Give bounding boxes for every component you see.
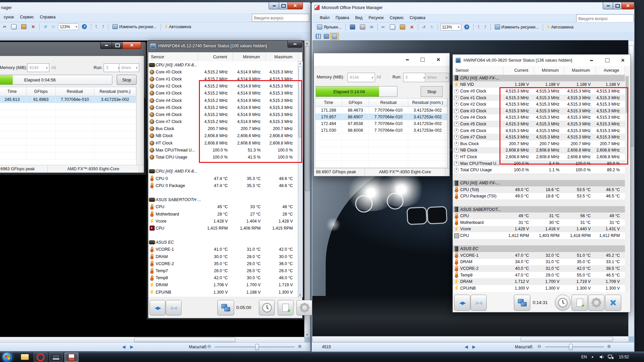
hwinfo5-minimize-button[interactable] — [287, 41, 302, 48]
sensor-group-row[interactable]: CPU [#0]: AMD FX-... — [453, 180, 625, 187]
linx-right-close-button[interactable] — [430, 53, 447, 66]
sensor-row[interactable]: Core #5 Clock4,515.3 MHz4,515.3 MHz4,515… — [453, 121, 625, 127]
sensor-row[interactable]: Total CPU Usage100.0 %1.1 %100.0 %89.2 % — [453, 167, 625, 173]
redo-button[interactable]: ↻ — [429, 24, 435, 31]
sensor-row[interactable]: Core #7 Clock4,515.2 MHz4,514.9 MHz4,515… — [148, 118, 298, 125]
mail-button[interactable]: ✉ — [368, 24, 375, 31]
sensor-row[interactable]: Temp726.0 °C26.0 °C26.0 °C — [148, 267, 298, 274]
left-pm-titlebar[interactable]: nager — [0, 2, 311, 13]
sensor-row[interactable]: NB Clock2,608.8 MHz2,608.6 MHz2,608.8 MH… — [148, 132, 298, 139]
sensor-group-row[interactable]: ASUS SABERTOOT... — [453, 206, 625, 213]
sensor-row[interactable]: Core #1 Clock4,515.3 MHz4,515.3 MHz4,515… — [453, 95, 625, 101]
sensor-group-row[interactable]: CPU [#0]: AMD FX-8... — [148, 61, 298, 68]
sensor-row[interactable]: CPU Package (TSI)49.0 °C18.6 °C53.5 °C46… — [453, 193, 625, 200]
taskbar-opera-button[interactable] — [34, 353, 48, 362]
sensor-row[interactable]: CPU 0 Package47.4 °C35.3 °C48.6 °C — [148, 182, 298, 189]
memory-select[interactable]: 6144 — [347, 73, 375, 82]
hwinfo6-titlebar[interactable]: HWiNFO64 v6.00-3620 Sensor Status [136 v… — [453, 55, 630, 66]
menu-item-2[interactable]: Правка — [333, 14, 353, 21]
menu-item-3[interactable]: Справка — [37, 13, 59, 21]
rotate-right-button[interactable]: ⤴ — [100, 23, 106, 30]
linx-left-maximize-button[interactable] — [112, 42, 123, 49]
next-image-button[interactable]: ▶ — [472, 344, 476, 349]
help-button[interactable]: ? — [463, 23, 471, 31]
menu-item-1[interactable]: Файл — [317, 14, 333, 21]
linx-right-titlebar[interactable] — [314, 53, 449, 66]
tray-show-hidden-icon[interactable]: ▲ — [591, 355, 594, 358]
right-pm-horizontal-scrollbar[interactable] — [312, 336, 629, 342]
sensor-group-row[interactable]: CPU [#0]: AMD FX-... — [453, 75, 625, 81]
taskbar-media-app-button[interactable] — [49, 353, 63, 362]
hwinfo5-titlebar[interactable]: HWiNFO64 v5.12-2740 Sensor Status [105 v… — [147, 41, 304, 52]
sensor-row[interactable]: Motherboard28 °C27 °C28 °C — [148, 210, 298, 218]
next-image-button[interactable]: ▶ — [130, 344, 133, 349]
collapse-button[interactable]: ▶◀ — [471, 295, 487, 311]
right-pm-ask-input[interactable] — [576, 14, 634, 22]
times-select[interactable]: times — [425, 73, 449, 82]
sensor-group-row[interactable]: ASUS SABERTOOTH ... — [148, 196, 298, 203]
sensor-row[interactable]: Core #2 Clock4,515.3 MHz4,515.3 MHz4,515… — [453, 101, 625, 108]
copy-button[interactable] — [388, 23, 397, 31]
cut-button[interactable]: ✂ — [380, 24, 387, 31]
menu-item-4[interactable]: Рисунок — [366, 14, 387, 21]
sensor-row[interactable]: Max CPU/Thread U...100.0 %51.3 %100.0 % — [148, 146, 298, 154]
sensor-row[interactable]: Core #4 Clock4,515.3 MHz4,515.3 MHz4,515… — [453, 114, 625, 121]
column-header[interactable]: Sensor — [148, 52, 198, 61]
hwinfo6-close-button[interactable] — [615, 55, 630, 66]
times-select[interactable]: times — [119, 63, 139, 72]
sensor-row[interactable]: Core #4 Clock4,515.2 MHz4,514.9 MHz4,515… — [148, 97, 298, 104]
collapse-button[interactable]: ▶◀ — [166, 300, 181, 315]
sensor-row[interactable]: HT Clock2,608.8 MHz2,608.6 MHz2,608.8 MH… — [148, 139, 298, 146]
logging-button[interactable] — [572, 295, 588, 311]
result-row[interactable]: 245.61361.69637.707064e-0103.417253e-002 — [0, 96, 136, 103]
column-header[interactable]: Sensor — [453, 66, 503, 75]
zoom-out-icon[interactable]: ⊖ — [537, 344, 541, 349]
left-pm-ask-input[interactable] — [252, 14, 309, 22]
clock-settings-button[interactable] — [555, 295, 571, 311]
sensor-row[interactable]: Total CPU Usage100.0 %41.5 %100.0 % — [148, 154, 298, 161]
sensor-row[interactable]: Core #5 Clock4,515.2 MHz4,514.9 MHz4,515… — [148, 104, 298, 111]
sensor-row[interactable]: Core #6 Clock4,515.2 MHz4,514.9 MHz4,515… — [148, 111, 298, 118]
menu-item-6[interactable]: Справка — [407, 14, 428, 21]
tray-clock[interactable]: 15:52 — [619, 355, 629, 359]
sensor-row[interactable]: CPU (Tctl)49.0 °C18.6 °C53.5 °C46.5 °C — [453, 186, 625, 193]
zoom-slider-track[interactable] — [215, 347, 294, 347]
logging-button[interactable] — [278, 300, 293, 315]
sensor-row[interactable]: Core #3 Clock4,515.2 MHz4,514.9 MHz4,515… — [148, 90, 298, 97]
column-header[interactable]: Current — [198, 52, 233, 61]
sensor-row[interactable]: CPU1,412 RPM1,403 RPM1,418 RPM1,412 RPM — [453, 232, 625, 239]
menu-item-5[interactable]: Сервис — [387, 14, 407, 21]
sensor-row[interactable]: CPU/NB1.300 V1.300 V1.300 V1.300 V — [453, 285, 625, 292]
run-select[interactable]: 3 — [104, 63, 121, 72]
sensor-row[interactable]: CPU49 °C31 °C56 °C49 °C — [453, 213, 625, 219]
cut-button[interactable]: ✂ — [1, 23, 8, 30]
result-row[interactable]: 170.85788.69077.707064e-0103.417253e-002 — [315, 114, 447, 120]
zoom-slider-thumb[interactable] — [569, 344, 573, 350]
memory-select[interactable]: 6144 — [27, 63, 49, 72]
column-header[interactable]: Average — [596, 66, 625, 75]
previous-image-button[interactable]: ◀ — [465, 344, 468, 349]
sensor-row[interactable]: DRAM30.0 °C28.0 °C30.0 °C — [148, 253, 298, 260]
sensor-row[interactable]: DRAM34.0 °C31.0 °C35.0 °C33.1 °C — [453, 259, 625, 265]
redo-button[interactable]: ↻ — [50, 23, 57, 30]
linx-right-minimize-button[interactable] — [400, 53, 415, 66]
sensor-row[interactable]: CPU1,415 RPM1,406 RPM1,415 RPM — [148, 225, 298, 232]
paste-button[interactable] — [19, 23, 28, 30]
quit-button[interactable] — [605, 295, 621, 311]
hwinfo6-minimize-button[interactable] — [584, 55, 599, 66]
zoom-level-select[interactable]: 123%▾ — [58, 23, 79, 30]
thumbnail-view-button[interactable] — [314, 33, 323, 40]
zoom-out-icon[interactable]: ⊖ — [207, 344, 211, 349]
scroll-up-icon[interactable]: ▲ — [306, 42, 309, 45]
sensor-row[interactable]: Bus Clock200.7 MHz200.7 MHz200.7 MHz — [148, 125, 298, 132]
column-header[interactable]: Minimum — [534, 66, 565, 75]
scroll-down-icon[interactable]: ▼ — [299, 294, 302, 297]
linx-left-titlebar[interactable] — [0, 42, 146, 56]
right-pm-close-button[interactable] — [622, 2, 634, 9]
swap-windows-button[interactable]: ◀▶ — [150, 300, 165, 315]
paste-button[interactable] — [398, 23, 407, 31]
result-row[interactable]: 171.28888.46737.707064e-0103.417253e-002 — [315, 107, 447, 114]
menu-item-2[interactable]: Сервис — [17, 13, 37, 21]
sensor-row[interactable]: Bus Clock200.7 MHz200.7 MHz200.7 MHz200.… — [453, 140, 625, 147]
edit-pictures-button[interactable]: Изменить рисунки... — [111, 23, 158, 30]
